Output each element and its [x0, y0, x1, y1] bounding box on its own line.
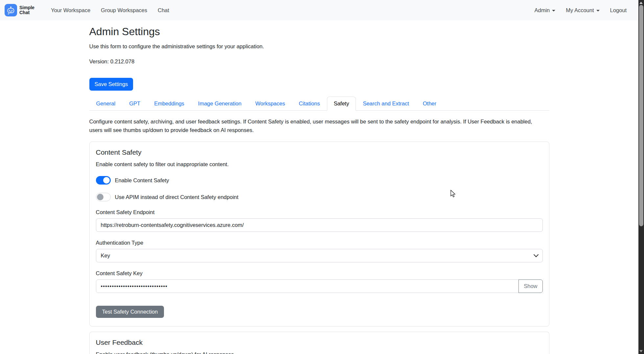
content-safety-title: Content Safety [96, 148, 543, 156]
tab-safety[interactable]: Safety [327, 97, 356, 111]
chevron-down-icon [533, 252, 539, 257]
authentication-type-value: Key [101, 253, 110, 259]
enable-content-safety-label: Enable Content Safety [115, 177, 169, 184]
show-key-button[interactable]: Show [518, 279, 542, 293]
content-safety-key-label: Content Safety Key [96, 270, 543, 277]
tab-other[interactable]: Other [416, 97, 443, 111]
use-apim-label: Use APIM instead of direct Content Safet… [115, 194, 239, 200]
nav-admin-dropdown[interactable]: Admin [530, 5, 559, 16]
scrollbar-down-arrow-icon[interactable] [639, 350, 643, 352]
page-title: Admin Settings [89, 26, 549, 38]
enable-content-safety-toggle[interactable] [96, 176, 111, 185]
safety-tab-intro: Configure content safety, archiving, and… [89, 118, 543, 134]
tab-image-generation[interactable]: Image Generation [191, 97, 248, 111]
caret-down-icon [552, 10, 555, 11]
settings-tabs: General GPT Embeddings Image Generation … [89, 97, 549, 111]
nav-group-workspaces[interactable]: Group Workspaces [97, 5, 151, 16]
tab-gpt[interactable]: GPT [122, 97, 147, 111]
user-feedback-description: Enable user feedback (thumbs up/down) fo… [96, 351, 543, 354]
scrollbar-thumb[interactable] [639, 5, 643, 226]
nav-my-account-dropdown[interactable]: My Account [562, 5, 603, 16]
user-feedback-title: User Feedback [96, 339, 543, 346]
brand-link[interactable]: Simple Chat [5, 4, 34, 16]
tab-search-and-extract[interactable]: Search and Extract [356, 97, 416, 111]
vertical-scrollbar[interactable] [638, 0, 644, 354]
save-settings-button[interactable]: Save Settings [89, 78, 133, 91]
content-safety-key-input[interactable] [96, 279, 519, 293]
brand-name: Simple Chat [19, 5, 34, 15]
test-safety-connection-button[interactable]: Test Safety Connection [96, 306, 164, 318]
nav-your-workspace[interactable]: Your Workspace [47, 5, 94, 16]
content-safety-card: Content Safety Enable content safety to … [89, 142, 549, 326]
tab-citations[interactable]: Citations [292, 97, 327, 111]
tab-general[interactable]: General [89, 97, 123, 111]
user-feedback-card: User Feedback Enable user feedback (thum… [89, 332, 549, 354]
authentication-type-select[interactable]: Key [96, 249, 543, 262]
simple-chat-logo-icon [5, 4, 17, 16]
nav-chat[interactable]: Chat [154, 5, 173, 16]
content-safety-endpoint-label: Content Safety Endpoint [96, 209, 543, 215]
content-safety-endpoint-input[interactable] [96, 218, 543, 232]
top-navbar: Simple Chat Your Workspace Group Workspa… [0, 0, 638, 20]
caret-down-icon [596, 10, 600, 11]
tab-workspaces[interactable]: Workspaces [248, 97, 292, 111]
scrollbar-up-arrow-icon[interactable] [639, 2, 643, 4]
authentication-type-label: Authentication Type [96, 240, 543, 246]
page-subtitle: Use this form to configure the administr… [89, 43, 549, 50]
content-safety-description: Enable content safety to filter out inap… [96, 161, 543, 167]
nav-logout[interactable]: Logout [606, 5, 631, 16]
use-apim-toggle[interactable] [96, 193, 111, 201]
app-version: Version: 0.212.078 [89, 58, 549, 65]
tab-embeddings[interactable]: Embeddings [147, 97, 191, 111]
